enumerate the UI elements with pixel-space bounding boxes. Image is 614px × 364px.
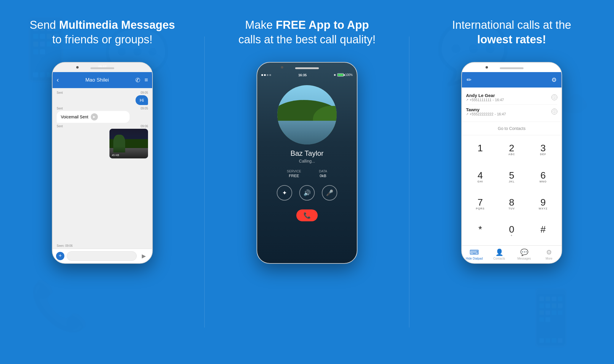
- dial-6-num: 6: [540, 171, 546, 180]
- dial-key-8[interactable]: 8 TUV: [496, 190, 527, 217]
- dial-key-7[interactable]: 7 PQRS: [465, 190, 496, 217]
- dial-8-sub: TUV: [509, 207, 515, 210]
- nav-more-label: More: [546, 257, 553, 260]
- phone2-mute-button[interactable]: 🎤: [322, 185, 337, 201]
- dial-3-num: 3: [540, 143, 546, 153]
- phone2-caller-name: Baz Taylor: [290, 149, 324, 158]
- avatar-water: [277, 121, 337, 144]
- phone1-menu-icon[interactable]: ≡: [144, 77, 148, 83]
- phone-3: 08:41 ✏ ⚙ Andy Le Gear ↗ +5551111111 -: [461, 62, 562, 264]
- dial-key-5[interactable]: 5 JKL: [496, 163, 527, 190]
- phone1-power: [152, 110, 153, 125]
- data-value: 0kB: [319, 174, 327, 178]
- phone1-input-area: + ▶: [53, 249, 152, 263]
- service-value: FREE: [287, 174, 301, 178]
- contacts-icon: 👤: [495, 249, 503, 256]
- message-hi: Hi: [136, 95, 148, 105]
- msg3-time: 09:06: [141, 125, 148, 128]
- nav-item-more[interactable]: ⚙ More: [537, 246, 561, 263]
- msg1-time: 09:05: [141, 91, 148, 94]
- phone2-service: SERVICE FREE: [287, 169, 301, 178]
- nav-item-contacts[interactable]: 👤 Contacts: [487, 246, 512, 263]
- phone2-power: [357, 110, 357, 125]
- dial-5-sub: JKL: [509, 180, 515, 183]
- phone2-avatar-container: [277, 85, 337, 144]
- recent-1-arrow: ↗: [466, 98, 468, 101]
- phone2-data: DATA 0kB: [319, 169, 327, 178]
- recent-1-phone: +5551111111: [470, 98, 491, 102]
- dial-key-0[interactable]: 0 +: [496, 218, 527, 244]
- dial-2-sub: ABC: [508, 153, 515, 156]
- phone3-power: [562, 110, 562, 125]
- dial-7-num: 7: [478, 198, 483, 207]
- dial-key-2[interactable]: 2 ABC: [496, 136, 527, 163]
- phone3-time: 08:41: [508, 65, 516, 69]
- image-size: 45 KB: [112, 154, 119, 157]
- phone-1: 09:07 ‹ Mao Shilei ✆ ≡ Sent 09:05: [52, 62, 153, 264]
- phone1-seen-status: Seen: 09:06: [53, 243, 152, 249]
- recent-1-info-button[interactable]: ⓘ: [551, 94, 557, 100]
- nav-item-dialpad[interactable]: ⌨ Hide Dialpad: [462, 246, 487, 263]
- recent-2-info-button[interactable]: ⓘ: [551, 109, 557, 115]
- dial-2-num: 2: [509, 143, 514, 153]
- dial-key-star[interactable]: *: [465, 218, 496, 244]
- recent-1-sep: -: [493, 98, 494, 102]
- phone1-send-button[interactable]: ▶: [139, 251, 149, 261]
- message-image: 45 KB: [109, 129, 148, 158]
- phone3-recents: Andy Le Gear ↗ +5551111111 - 16:47 ⓘ: [462, 88, 561, 122]
- image-road: [109, 148, 148, 158]
- play-button[interactable]: ▶: [91, 113, 98, 120]
- recent-2-name: Tawny: [466, 107, 506, 112]
- message-voicemail: Voicemail Sent ▶: [57, 111, 130, 123]
- dial-8-num: 8: [509, 198, 514, 207]
- dial-key-4[interactable]: 4 GHI: [465, 163, 496, 190]
- image-tree: [113, 135, 125, 152]
- end-call-icon: 📞: [303, 212, 311, 219]
- phone1-text-input[interactable]: [67, 251, 137, 261]
- nav-item-messages[interactable]: 💬 Messages: [512, 246, 537, 263]
- phone2-time: 16:35: [298, 73, 307, 77]
- phone2-star-button[interactable]: ✦: [277, 185, 292, 201]
- recent-1-detail: ↗ +5551111111 - 16:47: [466, 98, 504, 102]
- msg1-meta: Sent: [57, 91, 63, 94]
- phone1-vol-down: [52, 116, 52, 125]
- recent-item-2: Tawny ↗ +55522222222 - 16:47 ⓘ: [466, 105, 557, 119]
- phone2-service-data: SERVICE FREE DATA 0kB: [287, 169, 327, 178]
- dial-key-hash[interactable]: #: [528, 218, 559, 244]
- dial-key-1[interactable]: 1: [465, 136, 496, 163]
- dial-key-6[interactable]: 6 MNO: [528, 163, 559, 190]
- international-headline-bold: lowest rates!: [477, 33, 546, 46]
- dial-9-num: 9: [540, 198, 546, 207]
- phone1-call-icon[interactable]: ✆: [135, 77, 140, 84]
- dial-0-num: 0: [509, 225, 514, 234]
- phone2-end-call-button[interactable]: 📞: [296, 209, 318, 221]
- phone3-screen: 08:41 ✏ ⚙ Andy Le Gear ↗ +5551111111 -: [462, 63, 561, 263]
- phone2-battery-icon: [337, 73, 344, 77]
- dial-key-3[interactable]: 3 DEF: [528, 136, 559, 163]
- goto-contacts-button[interactable]: Go to Contacts: [462, 122, 561, 135]
- phone2-bluetooth-icon: ✱: [334, 74, 336, 77]
- msg2-time: 09:05: [141, 107, 148, 110]
- dial-hash-num: #: [540, 225, 546, 234]
- calling-column: Make FREE App to Appcalls at the best ca…: [205, 0, 409, 364]
- recent-1-name: Andy Le Gear: [466, 93, 504, 98]
- phone2-controls: ✦ 🔊 🎤: [277, 185, 337, 201]
- phone3-edit-icon[interactable]: ✏: [467, 76, 472, 83]
- recent-2-arrow: ↗: [466, 112, 468, 116]
- dial-key-9[interactable]: 9 WXYZ: [528, 190, 559, 217]
- phone1-back-button[interactable]: ‹: [57, 76, 59, 84]
- phone2-vol-down: [257, 116, 257, 125]
- phone1-add-button[interactable]: +: [56, 252, 64, 260]
- message-group-2: Sent 09:05 Voicemail Sent ▶: [57, 107, 148, 123]
- phone2-avatar: [277, 85, 337, 144]
- messaging-headline: Send Multimedia Messagesto friends or gr…: [30, 18, 175, 47]
- signal-dot-4: [269, 74, 271, 76]
- phone2-speaker-button[interactable]: 🔊: [299, 185, 315, 201]
- messaging-column: Send Multimedia Messagesto friends or gr…: [0, 0, 205, 364]
- phone2-vol-up: [257, 104, 257, 113]
- phone2-battery-percent: 100%: [345, 73, 353, 77]
- phone3-settings-icon[interactable]: ⚙: [551, 76, 557, 83]
- message-group-1: Sent 09:05 Hi: [57, 91, 148, 105]
- recent-2-time: 16:47: [497, 112, 506, 116]
- phone1-vol-up: [52, 104, 52, 113]
